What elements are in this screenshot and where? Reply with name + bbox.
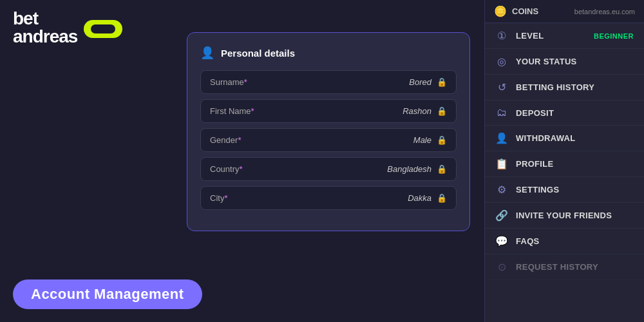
field-label: Gender*	[210, 135, 241, 145]
level-icon: ①	[495, 30, 508, 42]
sidebar-item-faqs[interactable]: 💬FAQS	[485, 229, 644, 254]
withdrawal-icon: 👤	[495, 132, 508, 144]
logo-pill	[84, 20, 122, 38]
field-row-surname[interactable]: Surname*Bored🔒	[200, 70, 457, 94]
personal-details-card: 👤 Personal details Surname*Bored🔒First N…	[187, 32, 470, 231]
coins-url: betandreas.eu.com	[574, 8, 635, 15]
deposit-icon: 🗂	[495, 107, 508, 118]
coins-bar: 🪙 COINS betandreas.eu.com	[485, 0, 644, 23]
card-header: 👤 Personal details	[200, 46, 457, 60]
sidebar-item-label-your-status: YOUR STATUS	[516, 57, 634, 66]
settings-icon: ⚙	[495, 184, 508, 196]
logo: bet andreas	[13, 10, 122, 46]
sidebar-item-profile[interactable]: 📋PROFILE	[485, 151, 644, 177]
sidebar-item-label-invite: INVITE YOUR FRIENDS	[516, 211, 634, 220]
sidebar-item-label-betting-history: BETTING HISTORY	[516, 82, 634, 92]
main-area: bet andreas 👤 Personal details Surname*B…	[0, 0, 484, 322]
field-value-area: Bangladesh🔒	[387, 164, 447, 174]
card-title: Personal details	[221, 48, 295, 59]
field-value-area: Male🔒	[413, 135, 447, 145]
field-value-area: Rashon🔒	[402, 106, 447, 116]
field-value-area: Bored🔒	[409, 77, 447, 87]
lock-icon: 🔒	[437, 106, 447, 116]
sidebar-item-withdrawal[interactable]: 👤WITHDRAWAL	[485, 126, 644, 151]
invite-icon: 🔗	[495, 209, 508, 222]
sidebar-item-settings[interactable]: ⚙SETTINGS	[485, 177, 644, 203]
betting-history-icon: ↺	[495, 81, 508, 93]
field-value: Dakka	[408, 193, 431, 203]
sidebar-items-container: ①LEVELBEGINNER◎YOUR STATUS↺BETTING HISTO…	[485, 23, 644, 280]
sidebar-item-label-faqs: FAQS	[516, 236, 634, 246]
request-history-icon: ⊙	[495, 261, 508, 273]
sidebar-menu: ①LEVELBEGINNER◎YOUR STATUS↺BETTING HISTO…	[485, 23, 644, 322]
faqs-icon: 💬	[495, 235, 508, 247]
field-row-city[interactable]: City*Dakka🔒	[200, 186, 457, 210]
field-row-country[interactable]: Country*Bangladesh🔒	[200, 157, 457, 181]
field-value: Bored	[409, 77, 431, 87]
field-value: Bangladesh	[387, 164, 431, 174]
field-label: First Name*	[210, 106, 254, 116]
field-row-gender[interactable]: Gender*Male🔒	[200, 128, 457, 152]
field-value-area: Dakka🔒	[408, 193, 447, 203]
logo-bet: bet	[13, 10, 77, 28]
lock-icon: 🔒	[437, 164, 447, 174]
field-label: Surname*	[210, 77, 247, 87]
field-row-first-name[interactable]: First Name*Rashon🔒	[200, 99, 457, 123]
sidebar-item-label-settings: SETTINGS	[516, 185, 634, 194]
sidebar-item-your-status[interactable]: ◎YOUR STATUS	[485, 49, 644, 75]
bottom-label: Account Management	[13, 279, 202, 309]
logo-andreas: andreas	[13, 28, 77, 46]
sidebar-item-badge-level: BEGINNER	[594, 32, 634, 40]
sidebar-item-deposit[interactable]: 🗂DEPOSIT	[485, 100, 644, 126]
sidebar-item-label-profile: PROFILE	[516, 159, 634, 169]
your-status-icon: ◎	[495, 55, 508, 68]
sidebar-item-label-withdrawal: WITHDRAWAL	[516, 133, 634, 143]
field-label: Country*	[210, 164, 243, 174]
coins-icon: 🪙	[494, 5, 507, 17]
sidebar-item-request-history: ⊙REQUEST HISTORY	[485, 254, 644, 280]
sidebar-item-label-level: LEVEL	[516, 31, 586, 41]
logo-pill-inner	[91, 24, 115, 33]
sidebar: 🪙 COINS betandreas.eu.com ①LEVELBEGINNER…	[484, 0, 644, 322]
fields-container: Surname*Bored🔒First Name*Rashon🔒Gender*M…	[200, 70, 457, 210]
field-value: Male	[413, 135, 431, 145]
lock-icon: 🔒	[437, 135, 447, 145]
sidebar-item-betting-history[interactable]: ↺BETTING HISTORY	[485, 75, 644, 100]
logo-text-wrapper: bet andreas	[13, 10, 122, 46]
sidebar-item-level[interactable]: ①LEVELBEGINNER	[485, 23, 644, 49]
lock-icon: 🔒	[437, 77, 447, 87]
sidebar-item-label-deposit: DEPOSIT	[516, 108, 634, 118]
sidebar-item-label-request-history: REQUEST HISTORY	[516, 262, 634, 272]
field-label: City*	[210, 193, 227, 203]
logo-row: bet andreas	[13, 10, 122, 46]
coins-label: COINS	[512, 6, 538, 16]
sidebar-item-invite[interactable]: 🔗INVITE YOUR FRIENDS	[485, 203, 644, 229]
field-value: Rashon	[402, 106, 431, 116]
card-header-icon: 👤	[200, 46, 214, 60]
lock-icon: 🔒	[437, 193, 447, 203]
profile-icon: 📋	[495, 158, 508, 170]
